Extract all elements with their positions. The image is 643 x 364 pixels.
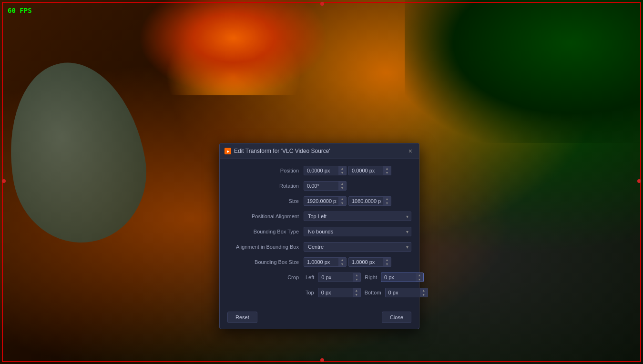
crop-top-bottom-controls: Top ▲ ▼ Bottom ▲ ▼ — [304, 288, 428, 297]
position-row: Position ▲ ▼ ▲ ▼ — [227, 165, 411, 176]
bounding-box-type-controls: No bounds Scene bounding box Custom — [304, 227, 411, 236]
rotation-row: Rotation ▲ ▼ — [227, 180, 411, 192]
dialog-title-left: ▶ Edit Transform for 'VLC Video Source' — [225, 148, 330, 154]
size-h-spinners: ▲ ▼ — [383, 197, 391, 205]
rotation-up[interactable]: ▲ — [338, 182, 346, 186]
position-y-wrap: ▲ ▼ — [348, 166, 391, 175]
alignment-bounding-box-select[interactable]: Centre Top Left Top Centre Top Right Cen… — [304, 242, 411, 252]
dialog-footer: Reset Close — [220, 308, 419, 329]
positional-alignment-select[interactable]: Top Left Top Centre Top Right Centre Lef… — [304, 212, 411, 221]
crop-left-label: Left — [306, 274, 314, 280]
reset-button[interactable]: Reset — [227, 312, 257, 323]
position-x-wrap: ▲ ▼ — [304, 166, 347, 175]
size-row: Size ▲ ▼ ▲ ▼ — [227, 195, 411, 207]
bounding-box-type-row: Bounding Box Type No bounds Scene boundi… — [227, 226, 411, 237]
crop-bottom-down[interactable]: ▼ — [420, 293, 428, 297]
crop-left-spinners: ▲ ▼ — [353, 273, 360, 282]
transform-dialog: ▶ Edit Transform for 'VLC Video Source' … — [219, 143, 419, 329]
bounding-box-w-up[interactable]: ▲ — [338, 258, 346, 262]
bounding-box-w-spinners: ▲ ▼ — [338, 258, 346, 266]
bounding-box-size-controls: ▲ ▼ ▲ ▼ — [304, 257, 411, 267]
position-y-up[interactable]: ▲ — [383, 166, 391, 171]
bounding-box-h-spinners: ▲ ▼ — [383, 258, 391, 266]
crop-right-down[interactable]: ▼ — [416, 277, 423, 282]
position-y-down[interactable]: ▼ — [383, 171, 391, 175]
size-w-up[interactable]: ▲ — [338, 197, 346, 201]
bounding-box-h-up[interactable]: ▲ — [383, 258, 391, 262]
bounding-box-h-down[interactable]: ▼ — [383, 262, 391, 266]
crop-label: Crop — [227, 274, 304, 280]
rotation-wrap: ▲ ▼ — [304, 181, 347, 191]
rotation-spinners: ▲ ▼ — [338, 182, 346, 190]
size-controls: ▲ ▼ ▲ ▼ — [304, 196, 411, 206]
crop-top-down[interactable]: ▼ — [353, 293, 360, 297]
crop-left-right-controls: Left ▲ ▼ Right ▲ ▼ — [304, 273, 424, 282]
position-x-up[interactable]: ▲ — [338, 166, 346, 171]
size-h-down[interactable]: ▼ — [383, 201, 391, 205]
alignment-bounding-box-label: Alignment in Bounding Box — [227, 244, 304, 250]
crop-left-up[interactable]: ▲ — [353, 273, 360, 277]
positional-alignment-label: Positional Alignment — [227, 213, 304, 219]
dialog-app-icon: ▶ — [225, 148, 231, 154]
size-h-wrap: ▲ ▼ — [348, 196, 391, 206]
position-x-spinners: ▲ ▼ — [338, 166, 346, 175]
rotation-down[interactable]: ▼ — [338, 186, 346, 190]
alignment-bounding-box-select-wrap: Centre Top Left Top Centre Top Right Cen… — [304, 242, 411, 252]
dialog-overlay: ▶ Edit Transform for 'VLC Video Source' … — [0, 0, 643, 364]
crop-top-bottom-row: Top ▲ ▼ Bottom ▲ ▼ — [227, 287, 411, 298]
crop-right-wrap: ▲ ▼ — [381, 273, 424, 282]
crop-bottom-spinners: ▲ ▼ — [420, 288, 428, 297]
rotation-label: Rotation — [227, 183, 304, 189]
dialog-titlebar: ▶ Edit Transform for 'VLC Video Source' … — [220, 143, 419, 159]
size-w-wrap: ▲ ▼ — [304, 196, 347, 206]
alignment-bounding-box-controls: Centre Top Left Top Centre Top Right Cen… — [304, 242, 411, 252]
crop-right-label: Right — [365, 274, 377, 280]
crop-bottom-up[interactable]: ▲ — [420, 288, 428, 293]
crop-bottom-label: Bottom — [365, 290, 381, 295]
bounding-box-w-down[interactable]: ▼ — [338, 262, 346, 266]
size-w-down[interactable]: ▼ — [338, 201, 346, 205]
crop-left-wrap: ▲ ▼ — [318, 273, 361, 282]
bounding-box-size-row: Bounding Box Size ▲ ▼ ▲ ▼ — [227, 256, 411, 268]
size-label: Size — [227, 198, 304, 204]
position-controls: ▲ ▼ ▲ ▼ — [304, 166, 411, 175]
crop-right-up[interactable]: ▲ — [416, 273, 423, 277]
bounding-box-w-wrap: ▲ ▼ — [304, 257, 347, 267]
position-y-spinners: ▲ ▼ — [383, 166, 391, 175]
bounding-box-type-select-wrap: No bounds Scene bounding box Custom — [304, 227, 411, 236]
crop-top-label: Top — [306, 290, 314, 295]
crop-top-wrap: ▲ ▼ — [318, 288, 361, 297]
position-x-down[interactable]: ▼ — [338, 171, 346, 175]
crop-top-up[interactable]: ▲ — [353, 288, 360, 293]
crop-top-spinners: ▲ ▼ — [353, 288, 360, 297]
dialog-close-button[interactable]: × — [407, 147, 414, 155]
positional-alignment-controls: Top Left Top Centre Top Right Centre Lef… — [304, 212, 411, 221]
rotation-controls: ▲ ▼ — [304, 181, 411, 191]
positional-alignment-select-wrap: Top Left Top Centre Top Right Centre Lef… — [304, 212, 411, 221]
crop-left-down[interactable]: ▼ — [353, 277, 360, 282]
crop-right-spinners: ▲ ▼ — [416, 273, 423, 282]
close-button[interactable]: Close — [382, 312, 411, 323]
dialog-title: Edit Transform for 'VLC Video Source' — [234, 148, 330, 154]
bounding-box-type-label: Bounding Box Type — [227, 229, 304, 234]
size-w-spinners: ▲ ▼ — [338, 197, 346, 205]
bounding-box-size-label: Bounding Box Size — [227, 259, 304, 265]
bounding-box-h-wrap: ▲ ▼ — [348, 257, 391, 267]
bounding-box-type-select[interactable]: No bounds Scene bounding box Custom — [304, 227, 411, 236]
dialog-body: Position ▲ ▼ ▲ ▼ — [220, 159, 419, 308]
positional-alignment-row: Positional Alignment Top Left Top Centre… — [227, 211, 411, 222]
alignment-bounding-box-row: Alignment in Bounding Box Centre Top Lef… — [227, 241, 411, 253]
crop-left-right-row: Crop Left ▲ ▼ Right ▲ — [227, 272, 411, 283]
position-label: Position — [227, 168, 304, 173]
crop-bottom-wrap: ▲ ▼ — [385, 288, 428, 297]
size-h-up[interactable]: ▲ — [383, 197, 391, 201]
